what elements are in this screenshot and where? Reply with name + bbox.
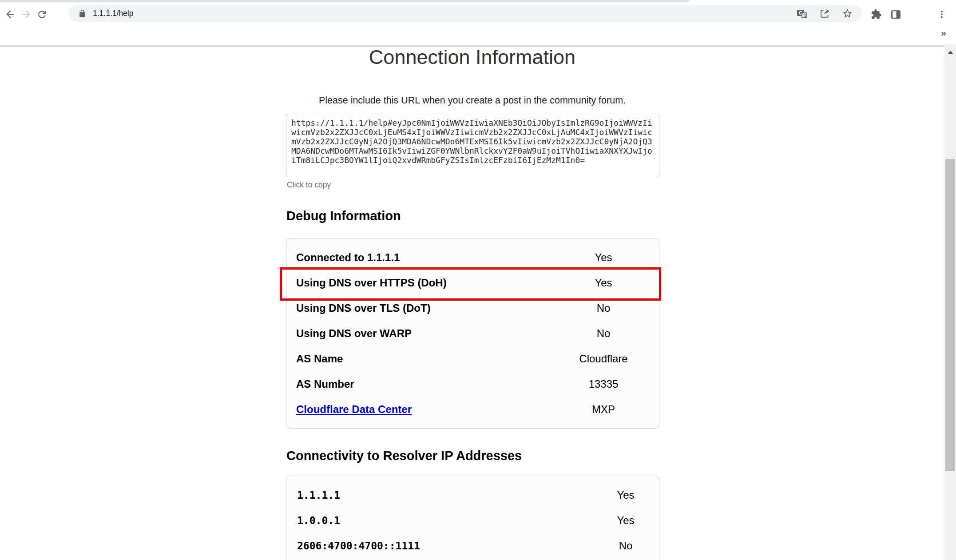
- row-value: Yes: [592, 514, 659, 527]
- row-value: MXP: [548, 403, 659, 416]
- address-bar[interactable]: 1.1.1.1/help G 文: [69, 5, 862, 22]
- table-row: Using DNS over TLS (DoT) No: [286, 295, 659, 321]
- row-value: Yes: [548, 277, 659, 289]
- bookmarks-bar: »: [0, 24, 956, 45]
- lock-icon: [78, 9, 87, 18]
- three-dot-menu-icon: [937, 9, 947, 19]
- page-subtitle: Please include this URL when you create …: [0, 95, 944, 106]
- table-row: Connected to 1.1.1.1 Yes: [286, 245, 659, 270]
- translate-icon[interactable]: G 文: [796, 8, 808, 20]
- connectivity-table: 1.1.1.1 Yes 1.0.0.1 Yes 2606:4700:4700::…: [286, 476, 659, 560]
- browser-menu-button[interactable]: [935, 8, 948, 21]
- row-label: Using DNS over WARP: [286, 327, 548, 340]
- debug-table: Connected to 1.1.1.1 Yes Using DNS over …: [286, 238, 659, 429]
- row-value: No: [548, 302, 659, 314]
- resolver-ip: 1.1.1.1: [286, 489, 592, 501]
- row-label: Connected to 1.1.1.1: [286, 251, 548, 264]
- share-url-box[interactable]: https://1.1.1.1/help#eyJpc0NmIjoiWWVzIiw…: [286, 114, 659, 177]
- row-value: No: [592, 540, 659, 552]
- back-arrow-icon: [4, 8, 16, 20]
- click-to-copy-label: Click to copy: [287, 180, 331, 190]
- side-panel-button[interactable]: [889, 8, 902, 21]
- resolver-ip: 1.0.0.1: [286, 515, 592, 526]
- browser-toolbar: 1.1.1.1/help G 文: [0, 2, 956, 24]
- scrollbar-thumb[interactable]: [945, 159, 955, 471]
- share-icon[interactable]: [819, 8, 830, 19]
- table-row: 2606:4700:4700::1111 No: [286, 533, 659, 558]
- extensions-button[interactable]: [869, 8, 883, 21]
- share-url-text: https://1.1.1.1/help#eyJpc0NmIjoiWWVzIiw…: [291, 118, 654, 165]
- table-row: AS Name Cloudflare: [286, 346, 659, 371]
- row-label: AS Name: [286, 353, 548, 365]
- bookmarks-overflow-chevron[interactable]: »: [941, 28, 945, 38]
- table-row: AS Number 13335: [286, 371, 659, 397]
- row-label: Using DNS over HTTPS (DoH): [286, 277, 548, 289]
- bookmark-star-icon[interactable]: [842, 8, 853, 19]
- row-label: Using DNS over TLS (DoT): [286, 302, 548, 314]
- reload-button[interactable]: [35, 8, 48, 21]
- connectivity-heading: Connectivity to Resolver IP Addresses: [286, 449, 522, 463]
- svg-text:文: 文: [803, 13, 807, 18]
- resolver-ip: 2606:4700:4700::1111: [286, 540, 592, 552]
- row-label: AS Number: [286, 378, 548, 390]
- vertical-scrollbar[interactable]: [944, 44, 956, 560]
- back-button[interactable]: [4, 8, 17, 21]
- table-row-doh: Using DNS over HTTPS (DoH) Yes: [286, 270, 659, 295]
- table-row: 1.0.0.1 Yes: [286, 508, 659, 533]
- row-value: Yes: [548, 251, 659, 264]
- forward-arrow-icon: [20, 8, 32, 20]
- scroll-up-arrow-icon: [948, 51, 953, 54]
- puzzle-icon: [871, 9, 882, 20]
- row-value: Cloudflare: [548, 353, 659, 365]
- table-row: 1.1.1.1 Yes: [286, 482, 659, 508]
- table-row: Cloudflare Data Center MXP: [286, 397, 659, 422]
- url-text: 1.1.1.1/help: [93, 9, 133, 18]
- row-value: 13335: [548, 378, 659, 390]
- cloudflare-data-center-link[interactable]: Cloudflare Data Center: [296, 403, 412, 415]
- row-value: Yes: [592, 489, 659, 501]
- table-row: Using DNS over WARP No: [286, 321, 659, 346]
- scroll-up-button[interactable]: [944, 44, 956, 60]
- side-panel-icon: [890, 9, 901, 20]
- reload-icon: [36, 9, 48, 20]
- row-value: No: [548, 327, 659, 340]
- forward-button[interactable]: [20, 8, 33, 21]
- page-title: Connection Information: [0, 46, 944, 69]
- debug-heading: Debug Information: [286, 209, 401, 223]
